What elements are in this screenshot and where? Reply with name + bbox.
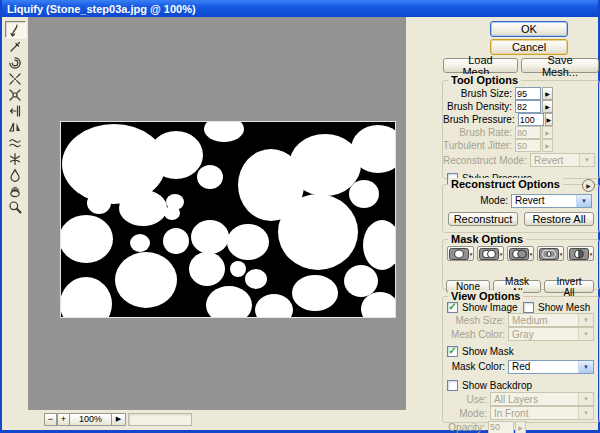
chevron-down-icon[interactable]: ▾ bbox=[500, 251, 503, 257]
options-panel: OK Cancel Load Mesh... Save Mesh... Tool… bbox=[406, 17, 600, 430]
dialog-body: − + 100% ▶ OK Cancel Load Mesh... Save M… bbox=[2, 17, 598, 430]
show-image-mesh-row: ✓ Show Image Show Mesh bbox=[447, 301, 599, 313]
brush-density-slider-arrow-icon[interactable]: ▶ bbox=[542, 100, 553, 113]
zoom-out-button[interactable]: − bbox=[44, 413, 57, 426]
twirl-clockwise-tool[interactable] bbox=[6, 55, 25, 70]
turbulence-tool[interactable] bbox=[6, 135, 25, 150]
brush-size-slider-arrow-icon[interactable]: ▶ bbox=[542, 87, 553, 100]
subtract-from-selection-button[interactable]: ▾ bbox=[507, 246, 534, 261]
liquify-dialog: Liquify (Stone_step03a.jpg @ 100%) − + 1… bbox=[0, 0, 600, 433]
chevron-down-icon[interactable]: ▼ bbox=[578, 361, 593, 373]
brush-rate-slider-arrow-icon: ▶ bbox=[542, 126, 553, 139]
show-backdrop-row: Show Backdrop bbox=[447, 379, 599, 391]
brush-density-input[interactable] bbox=[515, 100, 541, 113]
freeze-mask-tool[interactable] bbox=[6, 151, 25, 166]
pucker-tool[interactable] bbox=[6, 71, 25, 86]
brush-pressure-input[interactable] bbox=[518, 113, 544, 126]
mirror-tool[interactable] bbox=[6, 119, 25, 134]
use-select: All Layers ▼ bbox=[490, 392, 594, 406]
brush-size-input[interactable] bbox=[515, 87, 541, 100]
show-backdrop-checkbox[interactable] bbox=[447, 380, 458, 391]
brush-rate-input bbox=[515, 126, 541, 139]
mask-color-row: Mask Color: Red ▼ bbox=[443, 359, 599, 374]
show-mask-checkbox[interactable]: ✓ bbox=[447, 346, 458, 357]
chevron-down-icon: ▼ bbox=[578, 407, 593, 419]
show-mask-row: ✓ Show Mask bbox=[447, 345, 599, 357]
chevron-down-icon[interactable]: ▾ bbox=[590, 251, 593, 257]
subtract-from-selection-icon bbox=[509, 248, 529, 260]
brush-rate-row: Brush Rate: ▶ bbox=[443, 126, 599, 139]
mode-select[interactable]: Revert ▼ bbox=[511, 194, 592, 208]
brush-size-label: Brush Size: bbox=[461, 88, 512, 99]
backdrop-mode-value: In Front bbox=[491, 408, 578, 419]
mode-label: Mode: bbox=[480, 195, 508, 206]
push-left-tool[interactable] bbox=[6, 103, 25, 118]
show-mask-label: Show Mask bbox=[462, 346, 514, 357]
chevron-down-icon: ▼ bbox=[578, 314, 593, 326]
mesh-color-label: Mesh Color: bbox=[451, 329, 505, 340]
turbulent-jitter-input bbox=[515, 139, 541, 152]
invert-selection-icon bbox=[569, 248, 589, 260]
reconstruct-mode-row: Reconstruct Mode: Revert ▼ bbox=[443, 152, 599, 168]
brush-pressure-row: Brush Pressure: ▶ bbox=[443, 113, 599, 126]
window-title: Liquify (Stone_step03a.jpg @ 100%) bbox=[7, 3, 196, 15]
thaw-mask-tool[interactable] bbox=[6, 167, 25, 182]
backdrop-mode-row: Mode: In Front ▼ bbox=[443, 406, 599, 420]
save-mesh-button[interactable]: Save Mesh... bbox=[521, 58, 599, 73]
show-mesh-checkbox[interactable] bbox=[523, 302, 534, 313]
restore-all-button[interactable]: Restore All bbox=[524, 212, 594, 226]
reconstruct-tool[interactable] bbox=[6, 39, 25, 54]
bloat-tool[interactable] bbox=[6, 87, 25, 102]
intersect-with-selection-icon bbox=[539, 248, 559, 260]
replace-selection-button[interactable]: ▾ bbox=[447, 246, 474, 261]
canvas-area[interactable] bbox=[28, 17, 406, 410]
reconstruct-options-group: Reconstruct Options ▶ Mode: Revert ▼ Rec… bbox=[442, 184, 600, 233]
tool-options-group: Tool Options Brush Size: ▶ Brush Density… bbox=[442, 80, 600, 179]
turbulent-jitter-row: Turbulent Jitter: ▶ bbox=[443, 139, 599, 152]
mode-value: Revert bbox=[512, 195, 576, 206]
add-to-selection-button[interactable]: ▾ bbox=[477, 246, 504, 261]
mesh-size-label: Mesh Size: bbox=[456, 315, 505, 326]
brush-pressure-label: Brush Pressure: bbox=[443, 114, 515, 125]
mesh-size-value: Medium bbox=[509, 315, 578, 326]
mask-mode-buttons: ▾▾▾▾▾ bbox=[447, 246, 599, 261]
chevron-down-icon[interactable]: ▼ bbox=[576, 195, 591, 207]
mask-color-select[interactable]: Red ▼ bbox=[508, 360, 594, 374]
chevron-down-icon: ▼ bbox=[579, 154, 594, 166]
reconstruct-mode-select: Revert ▼ bbox=[530, 153, 595, 167]
titlebar: Liquify (Stone_step03a.jpg @ 100%) bbox=[2, 0, 598, 17]
forward-warp-tool[interactable] bbox=[5, 21, 26, 38]
show-image-label: Show Image bbox=[462, 302, 518, 313]
brush-density-row: Brush Density: ▶ bbox=[443, 100, 599, 113]
turbulent-jitter-label: Turbulent Jitter: bbox=[443, 140, 512, 151]
ok-button[interactable]: OK bbox=[490, 21, 568, 37]
backdrop-mode-label: Mode: bbox=[459, 408, 487, 419]
opacity-label: Opacity: bbox=[448, 422, 485, 433]
use-label: Use: bbox=[466, 394, 487, 405]
zoom-level-field[interactable]: 100% bbox=[70, 413, 112, 426]
intersect-with-selection-button[interactable]: ▾ bbox=[537, 246, 564, 261]
reconstruct-button[interactable]: Reconstruct bbox=[448, 212, 518, 226]
replace-selection-icon bbox=[449, 248, 469, 260]
hand-tool[interactable] bbox=[6, 183, 25, 198]
chevron-down-icon[interactable]: ▾ bbox=[530, 251, 533, 257]
brush-rate-label: Brush Rate: bbox=[459, 127, 512, 138]
zoom-tool[interactable] bbox=[6, 199, 25, 214]
mesh-color-select: Gray ▼ bbox=[508, 327, 594, 341]
statusbar: − + 100% ▶ bbox=[2, 410, 406, 428]
brush-pressure-slider-arrow-icon[interactable]: ▶ bbox=[545, 113, 553, 126]
horizontal-scrollbar[interactable] bbox=[128, 413, 192, 426]
chevron-down-icon[interactable]: ▾ bbox=[470, 251, 473, 257]
load-mesh-button[interactable]: Load Mesh... bbox=[443, 58, 518, 73]
invert-all-button[interactable]: Invert All bbox=[544, 280, 594, 293]
chevron-down-icon[interactable]: ▾ bbox=[560, 251, 563, 257]
flyout-menu-icon[interactable]: ▶ bbox=[582, 179, 595, 192]
chevron-down-icon: ▼ bbox=[578, 328, 593, 340]
zoom-in-button[interactable]: + bbox=[57, 413, 70, 426]
preview-image[interactable] bbox=[60, 121, 396, 318]
show-image-checkbox[interactable]: ✓ bbox=[447, 302, 458, 313]
zoom-menu-arrow-icon[interactable]: ▶ bbox=[112, 413, 126, 426]
opacity-row: Opacity: ▶ bbox=[443, 420, 599, 433]
invert-selection-button[interactable]: ▾ bbox=[567, 246, 594, 261]
mask-options-title: Mask Options bbox=[448, 233, 526, 245]
